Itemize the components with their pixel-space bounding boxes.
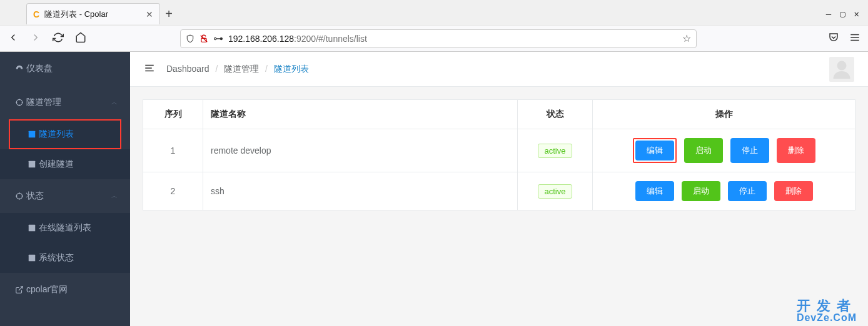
- menu-toggle-icon[interactable]: [144, 62, 155, 76]
- sidebar-tunnel-mgmt[interactable]: 隧道管理 ︿: [0, 86, 130, 119]
- cell-seq: 2: [143, 172, 203, 210]
- key-icon[interactable]: ⊶: [213, 32, 223, 44]
- avatar[interactable]: [829, 57, 854, 82]
- sidebar-official[interactable]: cpolar官网: [0, 273, 130, 307]
- main-area: Dashboard / 隧道管理 / 隧道列表 序列 隧道名称 状态 操作: [130, 52, 868, 326]
- browser-chrome: C 隧道列表 - Cpolar ✕ + — ▢ ✕ ⊶ 192.168.206.…: [0, 0, 868, 52]
- bookmark-star-icon[interactable]: ☆: [682, 32, 691, 44]
- svg-rect-18: [29, 255, 36, 262]
- cell-actions: 编辑 启动 停止 删除: [593, 129, 855, 172]
- cell-name: remote develop: [203, 129, 518, 172]
- start-button[interactable]: 启动: [684, 138, 723, 163]
- url-bar[interactable]: ⊶ 192.168.206.128:9200/#/tunnels/list ☆: [180, 29, 697, 48]
- chevron-up-icon: ︿: [111, 98, 118, 107]
- watermark: 开 发 者 DevZe.CoM: [797, 299, 857, 323]
- favicon-icon: C: [33, 9, 39, 19]
- close-icon[interactable]: ✕: [146, 9, 153, 19]
- tab-title: 隧道列表 - Cpolar: [44, 9, 141, 20]
- start-button[interactable]: 启动: [682, 181, 720, 201]
- sidebar-online-list-label: 在线隧道列表: [39, 222, 91, 234]
- edit-button[interactable]: 编辑: [635, 181, 674, 201]
- sidebar-tunnel-mgmt-label: 隧道管理: [26, 97, 111, 108]
- grid-icon: [25, 254, 39, 262]
- shield-icon[interactable]: [186, 34, 194, 43]
- menu-icon[interactable]: [849, 32, 860, 46]
- svg-point-22: [837, 61, 847, 70]
- app-root: 仪表盘 隧道管理 ︿ 隧道列表 创建隧道 状态 ︿ 在线隧道列表: [0, 52, 868, 326]
- th-seq: 序列: [143, 100, 203, 129]
- sidebar-create-tunnel-label: 创建隧道: [39, 159, 74, 170]
- th-actions: 操作: [593, 100, 855, 129]
- insecure-icon[interactable]: [199, 34, 208, 43]
- grid-icon: [25, 224, 39, 232]
- th-name: 隧道名称: [203, 100, 518, 129]
- close-window-icon[interactable]: ✕: [854, 9, 859, 19]
- crumb-dashboard[interactable]: Dashboard: [166, 64, 209, 74]
- url-text: 192.168.206.128:9200/#/tunnels/list: [228, 34, 677, 44]
- th-status: 状态: [518, 100, 593, 129]
- sidebar-sys-status-label: 系统状态: [39, 252, 74, 264]
- new-tab-button[interactable]: +: [160, 7, 178, 20]
- pocket-icon[interactable]: [828, 32, 839, 46]
- sidebar-create-tunnel[interactable]: 创建隧道: [0, 149, 130, 179]
- crumb-current: 隧道列表: [274, 64, 309, 74]
- maximize-icon[interactable]: ▢: [840, 9, 845, 19]
- breadcrumb: Dashboard / 隧道管理 / 隧道列表: [166, 64, 309, 75]
- status-badge: active: [538, 184, 573, 199]
- sidebar-dashboard[interactable]: 仪表盘: [0, 52, 130, 86]
- stop-button[interactable]: 停止: [728, 181, 767, 201]
- external-link-icon: [13, 285, 26, 294]
- crosshair-icon: [13, 192, 26, 200]
- window-controls: — ▢ ✕: [826, 9, 868, 19]
- cell-status: active: [518, 129, 593, 172]
- sidebar-tunnel-list-label: 隧道列表: [39, 129, 74, 140]
- delete-button[interactable]: 删除: [774, 181, 813, 201]
- sidebar: 仪表盘 隧道管理 ︿ 隧道列表 创建隧道 状态 ︿ 在线隧道列表: [0, 52, 130, 326]
- tab-strip: C 隧道列表 - Cpolar ✕ + — ▢ ✕: [0, 0, 868, 25]
- table-row: 1 remote develop active 编辑 启动 停止 删除: [143, 129, 855, 172]
- cell-actions: 编辑 启动 停止 删除: [593, 172, 855, 210]
- svg-rect-11: [29, 161, 36, 168]
- svg-point-12: [16, 193, 22, 199]
- topbar: Dashboard / 隧道管理 / 隧道列表: [130, 52, 868, 87]
- sidebar-official-label: cpolar官网: [26, 284, 118, 295]
- svg-rect-17: [29, 225, 36, 232]
- highlight-box: 隧道列表: [9, 119, 121, 149]
- edit-button[interactable]: 编辑: [635, 141, 674, 161]
- content: 序列 隧道名称 状态 操作 1 remote develop active 编辑: [130, 87, 868, 223]
- table-row: 2 ssh active 编辑 启动 停止 删除: [143, 172, 855, 210]
- cell-seq: 1: [143, 129, 203, 172]
- cell-name: ssh: [203, 172, 518, 210]
- crosshair-icon: [13, 98, 26, 107]
- sidebar-sys-status[interactable]: 系统状态: [0, 243, 130, 273]
- tunnel-table: 序列 隧道名称 状态 操作 1 remote develop active 编辑: [143, 99, 855, 210]
- svg-rect-10: [29, 131, 36, 138]
- browser-tab[interactable]: C 隧道列表 - Cpolar ✕: [26, 3, 160, 24]
- gauge-icon: [13, 64, 26, 73]
- chevron-up-icon: ︿: [111, 192, 118, 200]
- grid-icon: [25, 130, 39, 139]
- delete-button[interactable]: 删除: [777, 138, 815, 163]
- svg-point-5: [16, 99, 22, 105]
- forward-icon[interactable]: [30, 32, 41, 46]
- status-badge: active: [538, 144, 573, 158]
- stop-button[interactable]: 停止: [730, 138, 769, 163]
- browser-toolbar: ⊶ 192.168.206.128:9200/#/tunnels/list ☆: [0, 25, 868, 51]
- reload-icon[interactable]: [53, 32, 64, 46]
- grid-icon: [25, 160, 39, 169]
- back-icon[interactable]: [8, 32, 19, 46]
- sidebar-online-list[interactable]: 在线隧道列表: [0, 213, 130, 243]
- sidebar-status-label: 状态: [26, 190, 111, 202]
- sidebar-tunnel-list[interactable]: 隧道列表: [10, 121, 120, 148]
- sidebar-dashboard-label: 仪表盘: [26, 63, 118, 74]
- minimize-icon[interactable]: —: [826, 9, 831, 19]
- sidebar-status[interactable]: 状态 ︿: [0, 179, 130, 213]
- crumb-mgmt[interactable]: 隧道管理: [224, 64, 259, 74]
- cell-status: active: [518, 172, 593, 210]
- highlight-box: 编辑: [633, 138, 677, 163]
- home-icon[interactable]: [75, 32, 86, 46]
